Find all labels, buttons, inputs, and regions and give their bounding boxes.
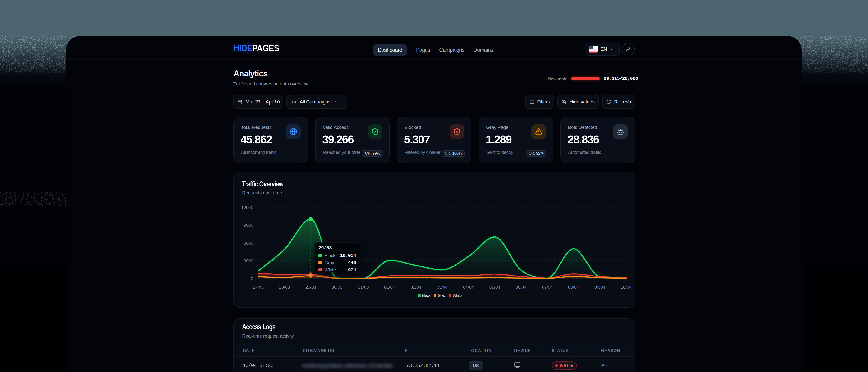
svg-text:3000: 3000 xyxy=(244,259,253,263)
svg-text:04/04: 04/04 xyxy=(463,285,474,289)
svg-text:10/04: 10/04 xyxy=(621,285,631,289)
svg-text:09/04: 09/04 xyxy=(595,285,606,289)
svg-text:0: 0 xyxy=(251,276,253,281)
svg-text:30/03: 30/03 xyxy=(332,285,342,289)
svg-text:6000: 6000 xyxy=(244,241,253,246)
svg-text:01/04: 01/04 xyxy=(384,285,395,289)
svg-text:12000: 12000 xyxy=(241,205,253,210)
svg-text:08/04: 08/04 xyxy=(568,285,579,289)
svg-text:02/04: 02/04 xyxy=(411,285,422,289)
svg-text:27/03: 27/03 xyxy=(253,285,264,289)
svg-text:06/04: 06/04 xyxy=(516,285,526,289)
svg-text:29/03: 29/03 xyxy=(306,285,316,289)
svg-text:31/03: 31/03 xyxy=(358,285,369,289)
svg-text:05/04: 05/04 xyxy=(489,285,500,289)
svg-text:9000: 9000 xyxy=(244,223,253,228)
svg-text:28/03: 28/03 xyxy=(279,285,290,289)
svg-text:03/04: 03/04 xyxy=(437,285,447,289)
svg-text:07/04: 07/04 xyxy=(542,285,553,289)
